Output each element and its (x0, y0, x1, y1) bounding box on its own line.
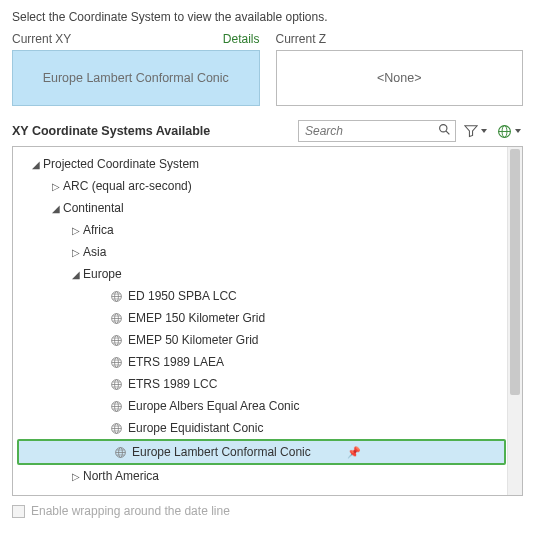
tree-node-arc[interactable]: ▷ ARC (equal arc-second) (15, 175, 522, 197)
collapse-icon[interactable]: ◢ (49, 203, 63, 214)
tree-node-continental[interactable]: ◢ Continental (15, 197, 522, 219)
tree-leaf[interactable]: Europe Albers Equal Area Conic (15, 395, 522, 417)
current-z-card[interactable]: <None> (276, 50, 524, 106)
globe-grid-icon (109, 399, 123, 413)
wrap-checkbox (12, 505, 25, 518)
collapse-icon[interactable]: ◢ (69, 269, 83, 280)
tree-leaf[interactable]: ETRS 1989 LCC (15, 373, 522, 395)
globe-grid-icon (109, 355, 123, 369)
svg-line-1 (446, 131, 449, 134)
instruction-text: Select the Coordinate System to view the… (12, 10, 523, 24)
expand-icon[interactable]: ▷ (49, 181, 63, 192)
details-link[interactable]: Details (223, 32, 260, 46)
tree-leaf-label: EMEP 50 Kilometer Grid (128, 333, 259, 347)
scrollbar[interactable] (507, 147, 522, 495)
svg-point-0 (440, 125, 447, 132)
globe-button[interactable] (495, 122, 523, 141)
tree-node-projected[interactable]: ◢ Projected Coordinate System (15, 153, 522, 175)
wrap-label: Enable wrapping around the date line (31, 504, 230, 518)
tree-leaf[interactable]: EMEP 50 Kilometer Grid (15, 329, 522, 351)
coordinate-tree: ◢ Projected Coordinate System ▷ ARC (equ… (12, 146, 523, 496)
tree-node-north-america[interactable]: ▷ North America (15, 465, 522, 487)
globe-grid-icon (113, 445, 127, 459)
chevron-down-icon (515, 129, 521, 133)
globe-icon (497, 124, 512, 139)
globe-grid-icon (109, 377, 123, 391)
tree-leaf-label: ETRS 1989 LAEA (128, 355, 224, 369)
expand-icon[interactable]: ▷ (69, 247, 83, 258)
tree-node-africa[interactable]: ▷ Africa (15, 219, 522, 241)
tree-node-europe[interactable]: ◢ Europe (15, 263, 522, 285)
tree-leaf[interactable]: ETRS 1989 LAEA (15, 351, 522, 373)
funnel-icon (464, 124, 478, 138)
tree-leaf-label: ETRS 1989 LCC (128, 377, 217, 391)
current-xy-card[interactable]: Europe Lambert Conformal Conic (12, 50, 260, 106)
tree-leaf[interactable]: EMEP 150 Kilometer Grid (15, 307, 522, 329)
tree-node-asia[interactable]: ▷ Asia (15, 241, 522, 263)
globe-grid-icon (109, 421, 123, 435)
globe-grid-icon (109, 289, 123, 303)
globe-grid-icon (109, 311, 123, 325)
tree-leaf-label: ED 1950 SPBA LCC (128, 289, 237, 303)
tree-leaf-label: Europe Albers Equal Area Conic (128, 399, 299, 413)
available-title: XY Coordinate Systems Available (12, 124, 210, 138)
tree-leaf-label: EMEP 150 Kilometer Grid (128, 311, 265, 325)
tree-leaf[interactable]: Europe Equidistant Conic (15, 417, 522, 439)
current-xy-label: Current XY (12, 32, 71, 46)
current-z-value: <None> (377, 71, 421, 85)
filter-button[interactable] (462, 122, 489, 140)
tree-leaf-label: Europe Equidistant Conic (128, 421, 263, 435)
tree-leaf[interactable]: ED 1950 SPBA LCC (15, 285, 522, 307)
tree-leaf-selected[interactable]: Europe Lambert Conformal Conic 📌 (17, 439, 506, 465)
current-z-label: Current Z (276, 32, 327, 46)
collapse-icon[interactable]: ◢ (29, 159, 43, 170)
globe-grid-icon (109, 333, 123, 347)
chevron-down-icon (481, 129, 487, 133)
scrollbar-thumb[interactable] (510, 149, 520, 395)
current-xy-value: Europe Lambert Conformal Conic (43, 71, 229, 85)
pin-icon[interactable]: 📌 (347, 446, 361, 459)
expand-icon[interactable]: ▷ (69, 471, 83, 482)
tree-leaf-label: Europe Lambert Conformal Conic (132, 445, 311, 459)
expand-icon[interactable]: ▷ (69, 225, 83, 236)
search-box (298, 120, 456, 142)
search-input[interactable] (298, 120, 456, 142)
search-icon[interactable] (438, 123, 451, 136)
